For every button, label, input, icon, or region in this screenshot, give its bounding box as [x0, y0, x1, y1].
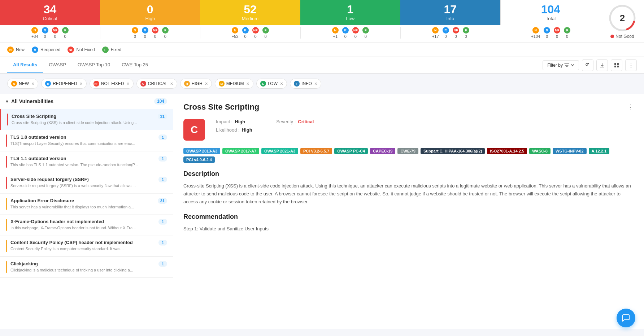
- recommendation-subtitle: Step 1: Validate and Sanitize User Input…: [183, 225, 634, 233]
- stat-critical[interactable]: 34 Critical: [0, 0, 100, 25]
- tag-pci-v40: PCI v4.0-6.2.4: [183, 156, 215, 163]
- vuln-count-tls10: 1: [158, 134, 167, 140]
- chip-close-medium[interactable]: ×: [246, 81, 249, 87]
- download-button[interactable]: [596, 59, 608, 71]
- sub-stat-info: N+17 R0 NF0 F0: [401, 27, 501, 39]
- legend-new: N New: [7, 47, 25, 53]
- badge-n-critical: N: [31, 27, 38, 34]
- legend-label-fixed: Fixed: [111, 47, 121, 52]
- score-area: 2 Not Good: [601, 0, 644, 43]
- tabs: All Results OWASP OWASP Top 10 CWE Top 2…: [7, 57, 154, 73]
- chip-new[interactable]: N NEW ×: [7, 79, 38, 89]
- stat-low[interactable]: 1 Low: [300, 0, 400, 25]
- detail-more-button[interactable]: ⋮: [627, 103, 634, 111]
- vuln-desc-ssrf: Server-side request forgery (SSRF) is a …: [10, 183, 158, 189]
- tab-all-results[interactable]: All Results: [7, 57, 43, 73]
- chip-notfixed[interactable]: NF NOT FIXED ×: [90, 79, 134, 89]
- tag-owasp2021a3: OWASP 2021-A3: [261, 148, 298, 154]
- svg-rect-5: [617, 66, 619, 67]
- chip-close-notfixed[interactable]: ×: [127, 81, 130, 87]
- vuln-item-aed[interactable]: Application Error Disclosure This server…: [0, 194, 173, 215]
- stat-total[interactable]: 104 Total: [500, 0, 601, 25]
- vuln-header: ▾ All Vulnerabilities 104: [0, 94, 173, 109]
- chip-high[interactable]: H HIGH ×: [180, 79, 212, 89]
- grid-icon: [614, 63, 619, 68]
- stat-high[interactable]: 0 High: [100, 0, 200, 25]
- vuln-item-tls11[interactable]: TLS 1.1 outdated version This site has T…: [0, 151, 173, 172]
- vuln-count-tls11: 1: [158, 156, 167, 162]
- medium-number: 52: [244, 4, 257, 15]
- vuln-list: Cross Site Scripting Cross-site Scriptin…: [0, 109, 173, 329]
- vuln-count-xss: 31: [158, 114, 167, 119]
- vuln-item-clickjack[interactable]: Clickjacking Clickjacking is a malicious…: [0, 257, 173, 278]
- chip-low[interactable]: L LOW ×: [256, 79, 287, 89]
- collapse-icon[interactable]: ▾: [6, 98, 8, 104]
- vuln-count-xframe: 1: [158, 219, 167, 225]
- sub-stats-bar: N +34 R 0 NF 0 F 0 N0 R0: [0, 25, 601, 41]
- export-share-button[interactable]: [582, 59, 593, 71]
- vuln-item-ssrf[interactable]: Server-side request forgery (SSRF) Serve…: [0, 172, 173, 193]
- vuln-name-tls10: TLS 1.0 outdated version: [10, 134, 158, 140]
- badge-nf-critical: NF: [52, 27, 58, 34]
- chip-medium[interactable]: M MEDIUM ×: [215, 79, 253, 89]
- vuln-item-xframe[interactable]: X-Frame-Options header not implemented I…: [0, 215, 173, 235]
- severity-bar-tls11: [6, 156, 7, 168]
- tab-cwe-top25[interactable]: CWE Top 25: [116, 57, 154, 73]
- chip-close-critical[interactable]: ×: [170, 81, 173, 87]
- high-number: 0: [147, 4, 153, 15]
- total-number: 104: [541, 4, 560, 15]
- sub-nf-critical: NF 0: [52, 27, 58, 39]
- stats-main: 34 Critical 0 High 52 Medium 1 Low 17 In…: [0, 0, 601, 43]
- chip-critical[interactable]: C CRITICAL ×: [136, 79, 177, 89]
- vuln-count-ssrf: 1: [158, 177, 167, 182]
- chip-close-reopened[interactable]: ×: [80, 81, 83, 87]
- sub-stat-low: N+1 R0 NF0 F0: [301, 27, 401, 39]
- vuln-item-tls10[interactable]: TLS 1.0 outdated version TLS(Transport L…: [0, 130, 173, 151]
- sub-stat-high: N0 R0 NF0 F0: [100, 27, 201, 39]
- vuln-item-xss[interactable]: Cross Site Scripting Cross-site Scriptin…: [0, 109, 173, 130]
- critical-label: Critical: [43, 16, 57, 21]
- stat-medium[interactable]: 52 Medium: [200, 0, 300, 25]
- chip-close-high[interactable]: ×: [205, 81, 208, 87]
- chat-icon: [622, 314, 630, 322]
- tag-a1221: A.12.2.1: [589, 148, 610, 154]
- filter-by-button[interactable]: Filter by: [543, 60, 579, 70]
- detail-severity-icon: C: [183, 119, 205, 141]
- chip-reopened[interactable]: R REOPENED ×: [41, 79, 87, 89]
- legend-badge-nf: NF: [68, 47, 74, 53]
- meta-impact: Impact : High Severity : Critical: [216, 119, 314, 124]
- vuln-item-content-aed: Application Error Disclosure This server…: [10, 198, 158, 210]
- tab-owasp[interactable]: OWASP: [43, 57, 72, 73]
- chip-close-info[interactable]: ×: [314, 81, 317, 87]
- tag-owasp-pcc4: OWASP PC-C4: [334, 148, 368, 154]
- tab-owasp-top10[interactable]: OWASP Top 10: [72, 57, 116, 73]
- badge-f-critical: F: [62, 27, 69, 34]
- chip-badge-new: N: [11, 81, 17, 87]
- top-section: 34 Critical 0 High 52 Medium 1 Low 17 In…: [0, 0, 644, 43]
- severity-icon-letter: C: [191, 124, 198, 136]
- chip-close-low[interactable]: ×: [280, 81, 283, 87]
- stat-info[interactable]: 17 Info: [400, 0, 500, 25]
- chip-badge-info: I: [294, 81, 300, 87]
- more-options-button[interactable]: ⋮: [625, 59, 637, 71]
- severity-bar-xss: [7, 114, 8, 125]
- low-label: Low: [346, 16, 354, 21]
- chip-info[interactable]: I INFO ×: [290, 79, 321, 89]
- vuln-item-csp[interactable]: Content Security Policy (CSP) header not…: [0, 235, 173, 256]
- grid-view-button[interactable]: [611, 59, 622, 71]
- severity-bar-tls10: [6, 134, 7, 146]
- chat-button[interactable]: [617, 309, 635, 327]
- tag-capec19: CAPEC-19: [370, 148, 395, 154]
- chip-badge-high: H: [184, 81, 190, 87]
- legend-reopened: R Reopened: [32, 47, 60, 53]
- tag-cwe79: CWE-79: [397, 148, 418, 154]
- chip-close-new[interactable]: ×: [31, 81, 34, 87]
- more-icon: ⋮: [628, 61, 635, 69]
- filters-bar: N NEW × R REOPENED × NF NOT FIXED × C CR…: [0, 74, 644, 94]
- legend-label-reopened: Reopened: [40, 47, 60, 52]
- chip-badge-critical: C: [140, 81, 146, 87]
- svg-rect-2: [614, 63, 616, 65]
- right-panel: Cross Site Scripting ⋮ C Impact : High S…: [173, 94, 644, 329]
- severity-bar-xframe: [6, 219, 7, 231]
- severity-bar-csp: [6, 240, 7, 252]
